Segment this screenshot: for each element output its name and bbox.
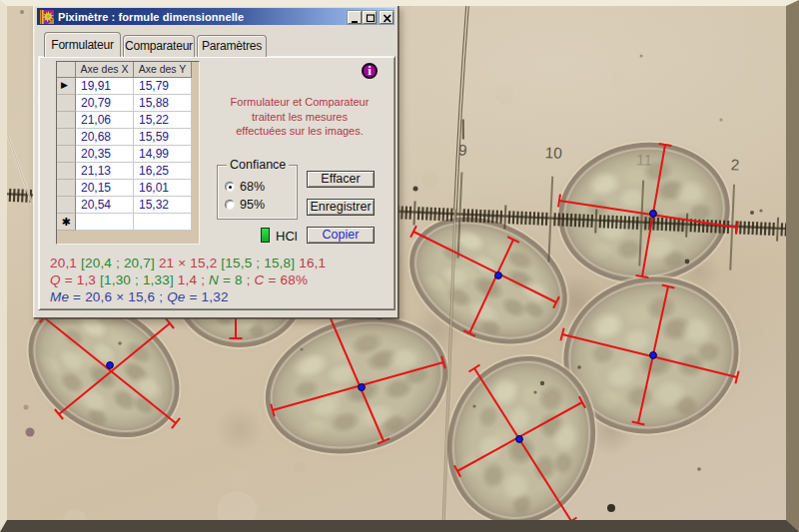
svg-text:2: 2 — [730, 156, 739, 173]
svg-text:10: 10 — [544, 144, 562, 162]
svg-text:11: 11 — [636, 151, 653, 169]
